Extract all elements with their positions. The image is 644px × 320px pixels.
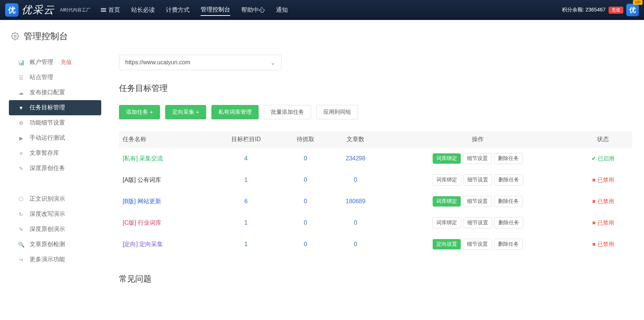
bind-dict-button[interactable]: 词库绑定 [433,153,461,164]
private-dict-button[interactable]: 私有词库管理 [211,105,259,119]
list-icon: ☰ [18,75,24,81]
targeted-collect-button[interactable]: 定向采集 + [165,105,206,119]
filter-icon: ▼ [18,105,24,111]
detail-button[interactable]: 细节设置 [463,239,492,250]
add-task-button[interactable]: 添加任务 + [119,105,160,119]
sidebar-badge: 充值 [61,59,72,66]
site-select[interactable]: https://www.ucaiyun.com ⌄ [119,55,282,70]
pending[interactable]: 0 [282,169,330,191]
col-id[interactable]: 1 [211,212,282,234]
nav-item-4[interactable]: 帮助中心 [241,5,265,16]
sidebar-item[interactable]: ↻深度改写演示 [9,207,101,222]
sidebar-item-label: 手动运行测试 [30,134,65,142]
sidebar-item[interactable]: ⚙功能细节设置 [9,115,101,130]
detail-button[interactable]: 细节设置 [463,153,492,164]
status-badge[interactable]: 已禁用 [592,219,614,226]
delete-button[interactable]: 删除任务 [494,174,523,185]
sidebar-item[interactable]: ▶手动运行测试 [9,130,101,146]
pending[interactable]: 0 [282,234,330,255]
col-id[interactable]: 1 [211,234,282,255]
cogs-icon: ⚙ [18,120,24,126]
balance-label: 积分余额: 2365467 [562,7,606,13]
sidebar-item[interactable]: ☰站点管理 [9,70,101,85]
logo[interactable]: 优 优采云 AI时代内容工厂 [5,3,91,17]
sidebar-item[interactable]: ☁发布接口配置 [9,85,101,100]
task-tag: [定向] [123,241,139,247]
sidebar-item[interactable]: ✎深度原创演示 [9,222,101,237]
articles[interactable]: 0 [330,169,382,191]
search-icon: 🔍 [18,242,24,248]
nav-item-3[interactable]: 管理控制台 [201,4,230,16]
table-header: 任务名称 [119,131,211,148]
delete-button[interactable]: 删除任务 [494,217,523,228]
sidebar-item[interactable]: 📊账户管理充值 [9,55,101,70]
task-name[interactable]: 采集交流 [139,155,163,161]
recharge-button[interactable]: 充值 [609,7,623,14]
delete-button[interactable]: 删除任务 [494,196,523,207]
bind-dict-button[interactable]: 词库绑定 [432,174,461,185]
top-navbar: 优 优采云 AI时代内容工厂 首页站长必读计费方式管理控制台帮助中心通知 积分余… [0,0,644,20]
task-tag: [私有] [123,155,139,161]
pending[interactable]: 0 [282,191,330,212]
vip-badge: VIP [633,0,643,5]
detail-button[interactable]: 细节设置 [463,196,492,207]
balance-value: 2365467 [585,7,606,13]
avatar[interactable]: 优 VIP [626,4,639,16]
sidebar-item-label: 深度原创任务 [30,164,65,172]
col-id[interactable]: 6 [211,191,282,212]
task-name[interactable]: 行业词库 [138,219,161,226]
monitor-icon: 🖵 [18,196,24,202]
status-badge[interactable]: 已禁用 [592,177,614,183]
task-name[interactable]: 网站更新 [137,198,161,204]
articles[interactable]: 180689 [330,191,382,212]
page-title: 管理控制台 [24,30,68,42]
col-id[interactable]: 1 [211,169,282,191]
bind-dict-button[interactable]: 词库绑定 [432,217,461,228]
detail-button[interactable]: 细节设置 [463,217,492,228]
refresh-icon: ↻ [18,211,24,217]
table-row: [C版] 行业词库100词库绑定细节设置删除任务已禁用 [119,212,632,234]
svg-point-0 [14,35,16,37]
site-select-value: https://www.ucaiyun.com [125,59,190,66]
table-header: 操作 [382,131,574,148]
task-name[interactable]: 定向采集 [139,241,163,247]
sidebar-item[interactable]: ↪更多演示功能 [9,252,101,267]
sidebar-item-label: 深度原创演示 [30,225,65,233]
sidebar-item[interactable]: ✎深度原创任务 [9,161,101,176]
status-badge[interactable]: 已启用 [592,155,614,161]
nav-item-2[interactable]: 计费方式 [166,5,190,16]
sidebar-item-label: 站点管理 [30,74,53,81]
articles[interactable]: 234298 [330,148,382,169]
table-header: 目标栏目ID [211,131,282,148]
sidebar-item-label: 发布接口配置 [30,89,65,96]
sidebar-item[interactable]: 🔍文章原创检测 [9,237,101,252]
nav-item-1[interactable]: 站长必读 [131,5,155,16]
nav-item-0[interactable]: 首页 [101,5,120,16]
articles[interactable]: 0 [330,234,382,255]
sidebar-item[interactable]: ▼任务目标管理 [9,100,101,115]
delete-button[interactable]: 删除任务 [494,153,523,164]
detail-button[interactable]: 细节设置 [463,174,492,185]
play-icon: ▶ [18,135,24,141]
action-buttons: 添加任务 + 定向采集 + 私有词库管理 批量添加任务 应用到同组 [119,105,632,119]
pending[interactable]: 0 [282,148,330,169]
sidebar-item[interactable]: ≡文章暂存库 [9,146,101,161]
nav-item-5[interactable]: 通知 [276,5,288,16]
logo-text: 优采云 [21,3,55,17]
status-badge[interactable]: 已禁用 [592,198,614,204]
col-id[interactable]: 4 [211,148,282,169]
task-tag: [C版] [123,219,138,226]
bulk-add-button[interactable]: 批量添加任务 [264,105,311,119]
sidebar-item-label: 文章暂存库 [30,149,59,157]
pending[interactable]: 0 [282,212,330,234]
apply-group-button[interactable]: 应用到同组 [316,105,358,119]
table-header: 待抓取 [282,131,330,148]
task-name[interactable]: 公有词库 [137,177,161,183]
articles[interactable]: 0 [330,212,382,234]
sidebar-item-label: 账户管理 [30,58,53,66]
bind-dict-button[interactable]: 词库绑定 [433,196,461,207]
sidebar-item[interactable]: 🖵正文识别演示 [9,191,101,207]
status-badge[interactable]: 已禁用 [592,241,614,247]
delete-button[interactable]: 删除任务 [494,239,523,250]
bind-dict-button[interactable]: 定向设置 [433,239,461,249]
